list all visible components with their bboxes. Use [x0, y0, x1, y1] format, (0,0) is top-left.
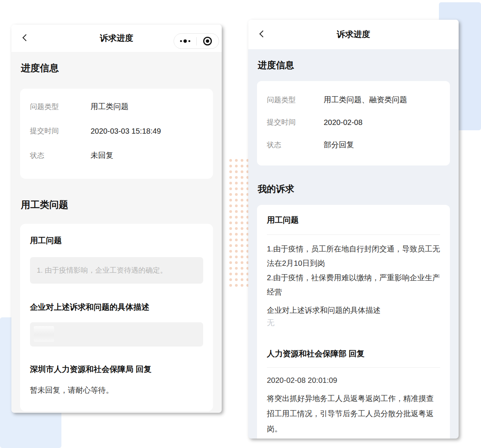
section-title-progress-info: 进度信息	[21, 62, 213, 74]
description-box	[30, 322, 203, 347]
info-row-status: 状态 未回复	[30, 150, 203, 161]
status-value: 部分回复	[324, 140, 354, 150]
wechat-capsule	[174, 33, 219, 49]
chevron-left-icon	[259, 30, 266, 37]
more-button[interactable]	[174, 34, 196, 48]
back-button[interactable]	[20, 32, 33, 45]
description-heading: 企业对上述诉求和问题的具体描述	[267, 305, 440, 315]
status-value: 未回复	[91, 150, 113, 161]
right-body: 进度信息 问题类型 用工类问题、融资类问题 提交时间 2020-02-08 状态…	[248, 59, 459, 439]
question-heading: 用工问题	[30, 235, 203, 246]
info-row-submit-time: 提交时间 2020-03-03 15:18:49	[30, 126, 203, 136]
section-title-progress-info: 进度信息	[258, 59, 450, 71]
info-row-status: 状态 部分回复	[267, 140, 440, 150]
reply-timestamp: 2020-02-08 20:01:09	[267, 376, 440, 385]
info-label: 提交时间	[30, 126, 91, 136]
page-canvas: 诉求进度 进度信息 问题类型 用工类问题	[0, 0, 481, 448]
reply-heading: 人力资源和社会保障部 回复	[267, 348, 440, 359]
exit-miniprogram-button[interactable]	[197, 34, 219, 48]
question-heading: 用工问题	[267, 215, 440, 225]
decor-dot-pattern	[228, 158, 251, 288]
progress-info-card: 问题类型 用工类问题 提交时间 2020-03-03 15:18:49 状态 未…	[20, 89, 213, 179]
redacted-content-block	[34, 326, 54, 342]
back-button[interactable]	[257, 28, 269, 41]
ellipsis-more-icon	[180, 39, 190, 43]
divider	[267, 234, 440, 235]
info-label: 状态	[267, 140, 324, 150]
appeal-detail-card: 用工问题 1. 由于疫情影响，企业工资待遇的确定。 企业对上述诉求和问题的具体描…	[20, 224, 213, 411]
question-text-box: 1. 由于疫情影响，企业工资待遇的确定。	[30, 257, 203, 284]
circled-dot-exit-icon	[203, 37, 212, 45]
reply-heading: 深圳市人力资源和社会保障局 回复	[30, 364, 203, 375]
section-title-my-appeals: 我的诉求	[258, 183, 450, 195]
info-value: 2020-02-08	[324, 118, 362, 127]
info-value: 2020-03-03 15:18:49	[91, 127, 161, 136]
info-label: 状态	[30, 151, 91, 161]
info-row-submit-time: 提交时间 2020-02-08	[267, 117, 440, 127]
chevron-left-icon	[22, 34, 29, 41]
info-value: 用工类问题、融资类问题	[324, 95, 407, 105]
right-navbar: 诉求进度	[248, 20, 459, 49]
info-row-question-type: 问题类型 用工类问题、融资类问题	[267, 95, 440, 105]
info-row-question-type: 问题类型 用工类问题	[30, 101, 203, 112]
screenshot-right-phone: 诉求进度 进度信息 问题类型 用工类问题、融资类问题 提交时间 2020-02-…	[248, 20, 459, 439]
divider	[267, 367, 440, 368]
info-label: 问题类型	[30, 102, 91, 112]
appeal-text: 1.由于疫情，员工所在地自行封闭交通，导致员工无法在2月10日到岗 2.由于疫情…	[267, 242, 440, 299]
info-value: 用工类问题	[91, 101, 128, 112]
page-title: 诉求进度	[100, 33, 133, 44]
description-value: 无	[267, 318, 440, 328]
reply-text: 暂未回复，请耐心等待。	[30, 385, 203, 395]
reply-text: 将突出抓好异地务工人员返粤返岗工作，精准摸查招工用工情况，引导节后务工人员分散分…	[267, 391, 440, 436]
left-navbar: 诉求进度	[11, 25, 222, 52]
screenshot-left-phone: 诉求进度 进度信息 问题类型 用工类问题	[11, 25, 222, 413]
page-title: 诉求进度	[337, 29, 370, 40]
description-heading: 企业对上述诉求和问题的具体描述	[30, 302, 203, 312]
appeal-detail-card: 用工问题 1.由于疫情，员工所在地自行封闭交通，导致员工无法在2月10日到岗 2…	[257, 205, 450, 439]
left-body: 进度信息 问题类型 用工类问题 提交时间 2020-03-03 15:18:49…	[11, 62, 222, 411]
info-label: 提交时间	[267, 117, 324, 127]
info-label: 问题类型	[267, 95, 324, 105]
section-title-category: 用工类问题	[21, 198, 213, 211]
progress-info-card: 问题类型 用工类问题、融资类问题 提交时间 2020-02-08 状态 部分回复	[257, 81, 450, 165]
